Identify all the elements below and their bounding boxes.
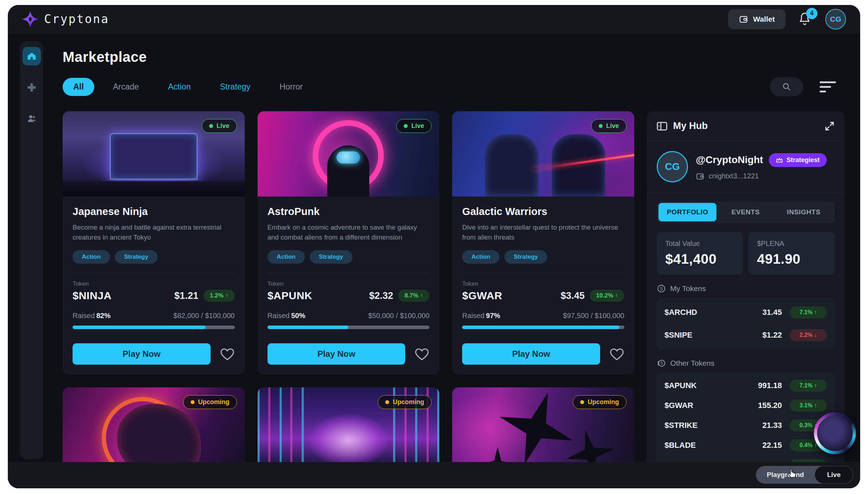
token-row: Token $GWAR $3.45 10.2% ↑ [462,280,624,302]
game-description: Embark on a cosmic adventure to save the… [268,222,430,242]
wallet-label: Wallet [753,15,775,23]
raise-progress-track [462,326,624,329]
tab-action[interactable]: Action [157,78,201,96]
raise-progress-track [268,326,430,329]
hub-tabs: PORTFOLIO EVENTS INSIGHTS [657,201,835,223]
card-body: AstroPunk Embark on a cosmic adventure t… [258,197,440,375]
app-window: Cryptona Wallet 4 CG [8,5,860,488]
artwork-soldier [485,134,538,197]
tag-strategy[interactable]: Strategy [310,250,353,264]
content-row: Live Japanese Ninja Become a ninja and b… [63,111,845,488]
expand-icon [825,121,835,131]
stat-plena: $PLENA 491.90 [748,232,835,275]
live-toggle-option[interactable]: Live [815,466,853,484]
change-badge: 7.1% ↑ [790,306,827,318]
panel-icon [657,122,667,131]
card-actions: Play Now [462,343,624,365]
app-name: Cryptona [44,12,109,26]
token-label: Token [268,280,312,288]
category-tabs: All Arcade Action Strategy Horror [63,78,313,96]
raised-label: Raised [268,312,290,320]
raise-progress-track [73,326,235,329]
token-row-blade[interactable]: $BLADE 22.15 0.4% ↑ [665,435,827,455]
wallet-button[interactable]: Wallet [728,9,785,29]
raised-percent: 97% [486,312,500,320]
other-tokens-header: S Other Tokens [657,359,835,368]
sidebar-item-home[interactable] [22,47,41,65]
token-row-gwar[interactable]: $GWAR 155.20 3.1% ↑ [665,396,827,415]
status-badge: Upcoming [183,395,237,409]
role-badge[interactable]: Strategiest [769,153,827,167]
topbar: Cryptona Wallet 4 CG [8,5,860,33]
tab-strategy[interactable]: Strategy [209,78,261,96]
game-card-japanese-ninja[interactable]: Live Japanese Ninja Become a ninja and b… [63,111,245,375]
expand-hub-button[interactable] [825,121,835,131]
sidebar-item-community[interactable] [22,109,41,128]
change-badge: 3.1% ↑ [790,399,827,412]
sidebar [20,41,43,459]
token-symbol: $GWAR [462,290,502,302]
hub-tab-portfolio[interactable]: PORTFOLIO [658,203,716,221]
hub-header: My Hub [647,111,845,141]
tag-action[interactable]: Action [73,250,110,264]
svg-text:S: S [660,286,663,291]
raise-progress-fill [462,326,619,329]
hub-wallet-address[interactable]: cnightxt3...1221 [696,172,827,181]
play-now-button[interactable]: Play Now [73,343,211,365]
sort-filter-button[interactable] [820,81,836,92]
divider [462,273,624,273]
assistant-orb[interactable] [814,412,856,454]
price-change-badge: 1.2% ↑ [203,290,235,302]
tab-horror[interactable]: Horror [269,78,313,96]
mouse-cursor-icon [787,469,797,481]
live-dot-icon [599,124,603,128]
game-title: Galactic Warriors [462,206,624,218]
hub-profile: CG @CryptoNight Strategiest [647,141,845,193]
footer-bar: Playground Live [8,462,860,488]
star-logo-icon [22,11,38,27]
status-badge: Upcoming [378,395,432,409]
tab-all[interactable]: All [63,78,94,96]
card-actions: Play Now [73,343,235,365]
play-now-button[interactable]: Play Now [462,343,600,365]
token-row-archd[interactable]: $ARCHD 31.45 7.1% ↑ [665,301,827,324]
favorite-button[interactable] [609,347,624,361]
game-card-galactic-warriors[interactable]: Live Galactic Warriors Dive into an inte… [452,111,634,375]
main-content: Marketplace All Arcade Action Strategy H… [55,33,852,488]
token-row-strike[interactable]: $STRIKE 21.33 0.3% ↑ [665,415,827,435]
hub-tab-events[interactable]: EVENTS [716,203,774,221]
user-avatar[interactable]: CG [825,9,846,29]
page-title: Marketplace [63,49,845,65]
upcoming-dot-icon [580,400,584,404]
heart-icon [609,347,624,361]
tag-row: Action Strategy [462,250,624,264]
raised-amount: $97,500 / $100,000 [563,312,624,320]
hub-tab-insights[interactable]: INSIGHTS [775,203,833,221]
sidebar-item-games[interactable] [22,78,41,97]
tag-action[interactable]: Action [268,250,305,264]
tag-strategy[interactable]: Strategy [115,250,158,264]
favorite-button[interactable] [220,347,235,361]
play-now-button[interactable]: Play Now [268,343,406,365]
card-actions: Play Now [268,343,430,365]
favorite-button[interactable] [414,347,429,361]
search-button[interactable] [770,77,803,96]
coin-stack-icon: S [657,359,666,368]
upcoming-dot-icon [191,400,195,404]
playground-toggle-option[interactable]: Playground [756,466,815,484]
token-row-apunk[interactable]: $APUNK 991.18 7.1% ↑ [665,376,827,396]
tag-action[interactable]: Action [462,250,499,264]
tag-strategy[interactable]: Strategy [504,250,547,264]
sort-bar [820,91,826,92]
game-artwork: Live [258,111,440,197]
notifications-button[interactable]: 4 [798,11,813,27]
home-icon [26,51,37,61]
token-row-snipe[interactable]: $SNIPE $1.22 2.2% ↓ [665,324,827,347]
token-label: Token [73,280,112,288]
token-row: Token $APUNK $2.32 8.7% ↑ [268,280,430,302]
game-card-astropunk[interactable]: Live AstroPunk Embark on a cosmic advent… [258,111,440,375]
token-symbol: $APUNK [268,290,312,302]
tab-arcade[interactable]: Arcade [102,78,149,96]
tag-row: Action Strategy [268,250,430,264]
game-title: AstroPunk [268,206,430,218]
